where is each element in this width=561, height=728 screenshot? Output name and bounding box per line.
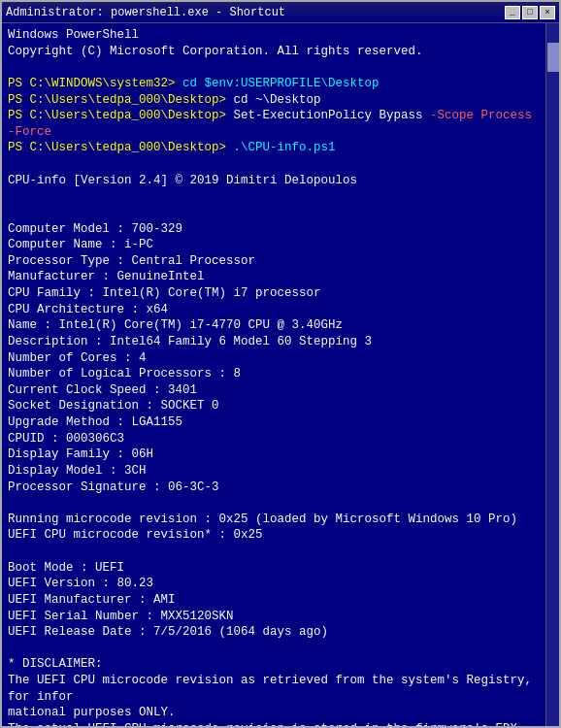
terminal-line: PS C:\Users\tedpa_000\Desktop> Set-Execu… — [8, 108, 540, 140]
terminal-line: The UEFI CPU microcode revision as retri… — [8, 673, 540, 705]
terminal-line: mational purposes ONLY. — [8, 705, 540, 721]
terminal-line: Windows PowerShell — [8, 27, 540, 44]
terminal-line: Upgrade Method : LGA1155 — [8, 414, 540, 431]
title-bar-buttons: _ □ × — [505, 6, 555, 19]
terminal-area: Windows PowerShellCopyright (C) Microsof… — [2, 23, 559, 726]
terminal-line: Number of Cores : 4 — [8, 350, 540, 367]
terminal-line: CPUID : 000306C3 — [8, 431, 540, 447]
terminal-line: CPU-info [Version 2.4] © 2019 Dimitri De… — [8, 173, 540, 189]
terminal-line: PS C:\WINDOWS\system32> cd $env:USERPROF… — [8, 76, 540, 92]
terminal-line: PS C:\Users\tedpa_000\Desktop> cd ~\Desk… — [8, 92, 540, 109]
terminal-line: PS C:\Users\tedpa_000\Desktop> .\CPU-inf… — [8, 140, 540, 156]
terminal-line: Name : Intel(R) Core(TM) i7-4770 CPU @ 3… — [8, 317, 540, 334]
terminal-line: CPU Architecture : x64 — [8, 302, 540, 318]
terminal-line: The actual UEFI CPU microcode revision i… — [8, 721, 540, 726]
maximize-button[interactable]: □ — [522, 6, 538, 19]
terminal-line: UEFI CPU microcode revision* : 0x25 — [8, 527, 540, 544]
terminal-line: Number of Logical Processors : 8 — [8, 366, 540, 382]
terminal-line: Display Model : 3CH — [8, 463, 540, 480]
terminal-line: Boot Mode : UEFI — [8, 560, 540, 577]
terminal-line: Copyright (C) Microsoft Corporation. All… — [8, 44, 540, 60]
terminal-line — [8, 156, 540, 173]
title-bar: Administrator: powershell.exe - Shortcut… — [2, 2, 559, 23]
terminal-line: UEFI Release Date : 7/5/2016 (1064 days … — [8, 624, 540, 641]
terminal-line: Current Clock Speed : 3401 — [8, 382, 540, 399]
terminal-line — [8, 59, 540, 76]
main-window: Administrator: powershell.exe - Shortcut… — [0, 0, 561, 728]
terminal-line — [8, 544, 540, 560]
terminal-line: Computer Name : i-PC — [8, 237, 540, 253]
terminal-content[interactable]: Windows PowerShellCopyright (C) Microsof… — [2, 23, 545, 726]
terminal-line: Computer Model : 700-329 — [8, 221, 540, 238]
terminal-line: UEFI Version : 80.23 — [8, 576, 540, 592]
terminal-line: UEFI Serial Number : MXX5120SKN — [8, 609, 540, 625]
terminal-line: Display Family : 06H — [8, 447, 540, 463]
terminal-line: Manufacturer : GenuineIntel — [8, 269, 540, 285]
title-bar-text: Administrator: powershell.exe - Shortcut — [6, 6, 285, 19]
scrollbar[interactable] — [545, 23, 559, 726]
terminal-line: Running microcode revision : 0x25 (loade… — [8, 512, 540, 528]
terminal-line — [8, 205, 540, 221]
terminal-line: UEFI Manufacturer : AMI — [8, 592, 540, 609]
terminal-line: Processor Type : Central Processor — [8, 253, 540, 270]
close-button[interactable]: × — [540, 6, 555, 19]
terminal-line — [8, 495, 540, 512]
scroll-thumb[interactable] — [547, 43, 559, 72]
minimize-button[interactable]: _ — [505, 6, 520, 19]
terminal-line: Description : Intel64 Family 6 Model 60 … — [8, 334, 540, 350]
terminal-line: Processor Signature : 06-3C-3 — [8, 480, 540, 496]
terminal-line — [8, 641, 540, 657]
terminal-line: CPU Family : Intel(R) Core(TM) i7 proces… — [8, 285, 540, 302]
terminal-line: * DISCLAIMER: — [8, 656, 540, 673]
terminal-line — [8, 188, 540, 205]
terminal-line: Socket Designation : SOCKET 0 — [8, 398, 540, 414]
